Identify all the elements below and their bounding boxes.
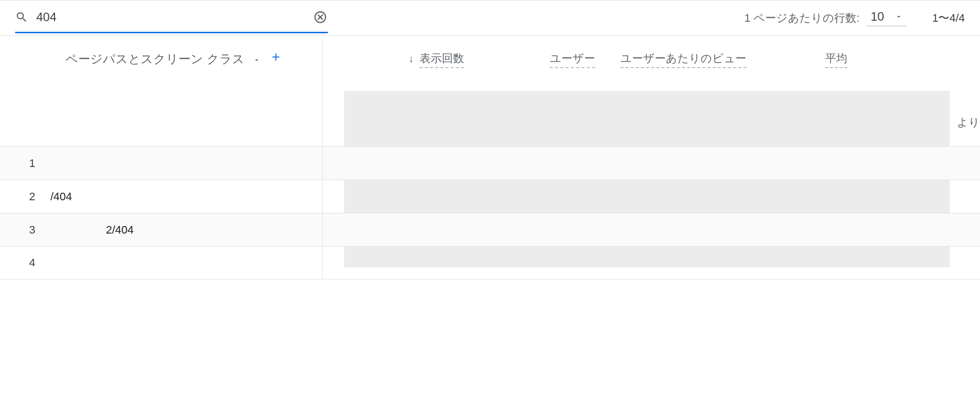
caret-down-icon[interactable] xyxy=(253,56,261,64)
dimension-cell: /404 xyxy=(50,180,323,213)
caret-down-icon xyxy=(895,13,903,21)
metric-header-views-per-user[interactable]: ユーザーあたりのビュー xyxy=(595,51,746,68)
summary-row: より xyxy=(0,91,980,146)
metric-headers: ↓ 表示回数 ユーザー ユーザーあたりのビュー 平均 xyxy=(323,41,980,91)
dimension-cell xyxy=(50,247,323,279)
summary-left xyxy=(0,91,323,146)
table-row[interactable]: 3 2/404 xyxy=(0,213,980,246)
table-row[interactable]: 1 xyxy=(0,146,980,180)
search-field-container xyxy=(15,3,328,33)
clear-search-button[interactable] xyxy=(313,10,328,25)
dimension-cell xyxy=(50,147,323,180)
search-icon xyxy=(15,11,28,24)
summary-right: より xyxy=(323,91,980,146)
table-row[interactable]: 4 xyxy=(0,246,980,279)
table-row[interactable]: 2 /404 xyxy=(0,180,980,213)
search-input[interactable] xyxy=(36,10,305,24)
row-number: 1 xyxy=(0,157,50,170)
metric-header-users[interactable]: ユーザー xyxy=(464,51,595,68)
metric-header-views[interactable]: ↓ 表示回数 xyxy=(363,51,464,68)
toolbar: 1 ページあたりの行数: 10 1〜4/4 xyxy=(0,0,980,35)
add-dimension-button[interactable]: + xyxy=(272,51,280,63)
pagination-controls: 1 ページあたりの行数: 10 1〜4/4 xyxy=(744,10,965,26)
dimension-label: ページパスとスクリーン クラス xyxy=(66,51,245,67)
close-circle-icon xyxy=(313,10,327,24)
partial-text: より xyxy=(957,115,980,130)
row-number: 2 xyxy=(0,190,50,203)
rows-per-page-value: 10 xyxy=(871,10,884,24)
table-header-row: ページパスとスクリーン クラス + ↓ 表示回数 ユーザー ユーザーあたりのビュ… xyxy=(0,35,980,91)
dimension-column-header[interactable]: ページパスとスクリーン クラス + xyxy=(0,41,323,91)
report-table: ページパスとスクリーン クラス + ↓ 表示回数 ユーザー ユーザーあたりのビュ… xyxy=(0,35,980,279)
row-number: 4 xyxy=(0,256,50,269)
rows-per-page-select[interactable]: 10 xyxy=(867,10,907,26)
dimension-cell: 2/404 xyxy=(50,213,323,246)
page-range: 1〜4/4 xyxy=(932,11,965,26)
arrow-down-icon: ↓ xyxy=(409,53,414,65)
row-number: 3 xyxy=(0,223,50,237)
metric-header-avg[interactable]: 平均 xyxy=(746,51,847,68)
rows-per-page-label: 1 ページあたりの行数: xyxy=(744,11,859,26)
